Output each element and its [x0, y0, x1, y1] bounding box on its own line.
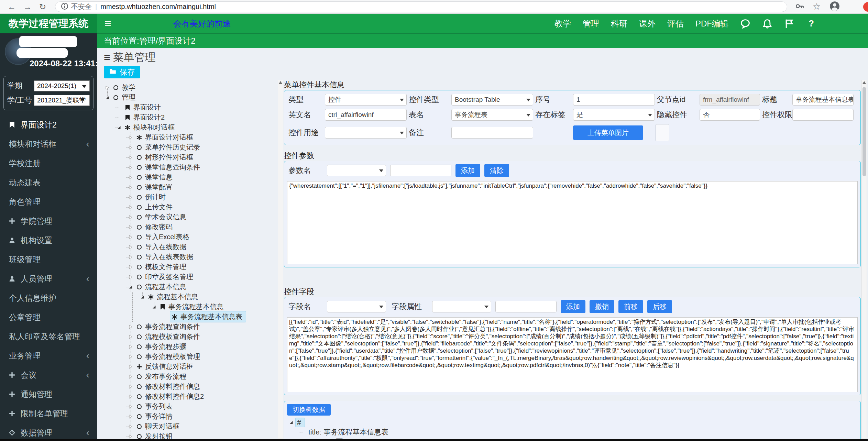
- tree-node-inner[interactable]: 流程基本信息: [146, 291, 201, 302]
- nav-item-管理[interactable]: 管理: [583, 18, 599, 29]
- expand-icon[interactable]: [127, 372, 135, 382]
- tree-node[interactable]: 界面设计: [103, 102, 278, 112]
- sidebar-item-机构设置[interactable]: 机构设置: [0, 231, 97, 250]
- scroll-up-icon[interactable]: [279, 81, 282, 84]
- tree-node-inner[interactable]: 修改材料控件信息: [135, 381, 203, 392]
- bookmark-star-icon[interactable]: ☆: [813, 1, 821, 12]
- term-select[interactable]: 2024-2025(1): [34, 80, 90, 91]
- sidebar-item-动态建表[interactable]: 动态建表: [0, 173, 97, 192]
- tree-node[interactable]: 树形控件对话框: [103, 152, 278, 162]
- fields-json-textarea[interactable]: [{"field":"id","title":"表id","hidefield"…: [287, 317, 858, 392]
- sidebar-item-会议[interactable]: 会议‹: [0, 365, 97, 385]
- 添加-button[interactable]: 添加: [455, 164, 480, 177]
- tree-node-inner[interactable]: 事务详情: [135, 411, 175, 422]
- tree-node-inner[interactable]: 发布事务流程: [135, 371, 189, 382]
- tree-node-inner[interactable]: 界面设计: [123, 102, 164, 113]
- reload-icon[interactable]: ↻: [39, 3, 46, 11]
- 前移-button[interactable]: 前移: [618, 300, 643, 313]
- tree-node-inner[interactable]: 学术会议信息: [135, 212, 189, 222]
- tree-node[interactable]: 事务列表: [103, 401, 278, 411]
- tree-node-selected[interactable]: 事务流程基本信息表: [170, 311, 246, 322]
- collapse-icon[interactable]: [287, 418, 295, 427]
- expand-icon[interactable]: [127, 252, 135, 262]
- input-标题[interactable]: 事务流程基本信息表: [792, 94, 854, 106]
- expand-icon[interactable]: [127, 242, 135, 252]
- expand-icon[interactable]: [127, 222, 135, 232]
- expand-icon[interactable]: [127, 322, 135, 332]
- tree-node[interactable]: 教学: [103, 82, 278, 92]
- tree-node[interactable]: 流程基本信息: [103, 282, 278, 292]
- input-父节点id[interactable]: frm_affairflowinf: [700, 94, 760, 106]
- param-name-select[interactable]: [327, 165, 386, 176]
- tree-node[interactable]: 流程模板查询条件: [103, 332, 278, 342]
- expand-icon[interactable]: [127, 202, 135, 212]
- sidebar-item-业务管理[interactable]: 业务管理‹: [0, 346, 97, 365]
- param-json-textarea[interactable]: {"wherestatement":[["1","=","1"]],"jsfil…: [287, 181, 858, 264]
- tree-node[interactable]: 发布事务流程: [103, 372, 278, 382]
- scroll-thumb[interactable]: [862, 87, 866, 176]
- tree-node[interactable]: 上传文件: [103, 202, 278, 212]
- 清除-button[interactable]: 清除: [484, 164, 509, 177]
- expand-icon[interactable]: [127, 192, 135, 202]
- tree-node[interactable]: 印章及签名管理: [103, 272, 278, 282]
- tree-node[interactable]: 学术会议信息: [103, 212, 278, 222]
- tree-node[interactable]: 修改材料控件信息2: [103, 392, 278, 401]
- tree-node[interactable]: 导入Excel表格: [103, 232, 278, 242]
- sidebar-item-角色管理[interactable]: 角色管理: [0, 192, 97, 211]
- tree-node[interactable]: 模块和对话框: [103, 122, 278, 132]
- address-bar[interactable]: 不安全 | mmestp.whtuozhen.com/maingui.html: [55, 1, 787, 12]
- param-value-input[interactable]: [390, 165, 451, 176]
- form-scrollbar[interactable]: [861, 80, 867, 439]
- tree-node[interactable]: 事务流程步骤: [103, 342, 278, 352]
- tree-node-inner[interactable]: 课堂配置: [135, 182, 175, 192]
- input-控件权限[interactable]: [792, 109, 854, 121]
- nav-item-课外[interactable]: 课外: [639, 18, 656, 29]
- collapse-icon[interactable]: [127, 282, 135, 292]
- collapse-icon[interactable]: [150, 302, 158, 312]
- field-name-select[interactable]: [327, 301, 386, 312]
- expand-icon[interactable]: [127, 382, 135, 392]
- user-id-input[interactable]: 2012021_娄联堂: [34, 95, 90, 106]
- expand-icon[interactable]: [127, 421, 135, 431]
- expand-icon[interactable]: [103, 82, 111, 92]
- tree-node-inner[interactable]: 事务流程基本信息: [158, 301, 226, 312]
- tree-node-inner[interactable]: 流程模板查询条件: [135, 331, 203, 342]
- tree-node-inner[interactable]: 教学: [111, 82, 138, 93]
- tree-node-inner[interactable]: 反馈信息对话框: [135, 361, 196, 372]
- tree-node-inner[interactable]: 管理: [111, 92, 138, 103]
- tree-node-inner[interactable]: 修改密码: [135, 222, 175, 232]
- expand-icon[interactable]: [127, 411, 135, 421]
- tree-node-inner[interactable]: 聊天对话框: [135, 421, 182, 432]
- tree-node-inner[interactable]: 导入在线数据: [135, 242, 189, 252]
- sidebar-item-人员管理[interactable]: 人员管理‹: [0, 269, 97, 288]
- expand-icon[interactable]: [127, 431, 135, 439]
- tree-node[interactable]: 课堂信息查询条件: [103, 162, 278, 172]
- tree-node[interactable]: 反馈信息对话框: [103, 362, 278, 372]
- sidebar-item-班级管理[interactable]: 班级管理: [0, 250, 97, 269]
- help-icon[interactable]: ?: [806, 19, 816, 29]
- expand-icon[interactable]: [127, 362, 135, 372]
- select-类型[interactable]: 控件: [325, 94, 407, 106]
- tree-node-inner[interactable]: 事务流程查询条件: [135, 321, 203, 332]
- 撤销-button[interactable]: 撤销: [590, 300, 614, 313]
- expand-icon[interactable]: [127, 132, 135, 142]
- tree-node-inner[interactable]: 流程基本信息: [135, 282, 189, 292]
- expand-icon[interactable]: [127, 162, 135, 172]
- tree-node[interactable]: 倒计时: [103, 192, 278, 202]
- tree-node-inner[interactable]: 导入Excel表格: [135, 232, 192, 242]
- tree-node[interactable]: 修改材料控件信息: [103, 382, 278, 392]
- input-序号[interactable]: 1: [573, 94, 655, 106]
- tree-node[interactable]: 事务详情: [103, 411, 278, 421]
- expand-icon[interactable]: [127, 332, 135, 342]
- tree-node[interactable]: 事务流程模板管理: [103, 352, 278, 362]
- tree-node[interactable]: title: 事务流程基本信息表: [287, 427, 858, 437]
- select-表名[interactable]: 事务流程表: [451, 109, 533, 121]
- sidebar-item-模块和对话框[interactable]: 模块和对话框‹: [0, 134, 97, 154]
- sidebar-item-数据管理[interactable]: 数据管理‹: [0, 423, 97, 441]
- 添加-button[interactable]: 添加: [561, 300, 585, 313]
- tree-node[interactable]: 导入在线表数据: [103, 252, 278, 262]
- nav-item-评估[interactable]: 评估: [667, 18, 684, 29]
- input-英文名[interactable]: ctrl_affairflowinf: [325, 109, 407, 121]
- profile-avatar-icon[interactable]: [829, 1, 840, 13]
- expand-icon[interactable]: [127, 392, 135, 401]
